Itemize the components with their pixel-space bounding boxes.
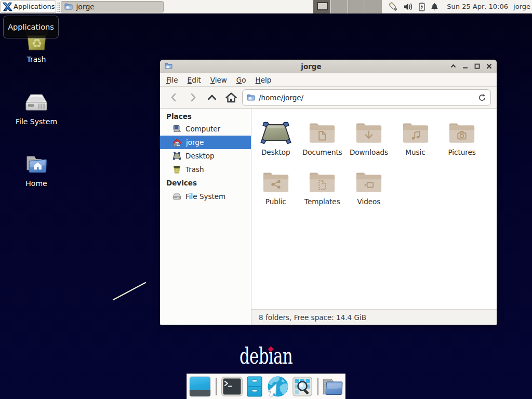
battery-icon[interactable]: [418, 2, 426, 11]
sidebar-item-file-system[interactable]: File System: [160, 190, 251, 203]
file-view[interactable]: Desktop Documents: [251, 109, 497, 309]
desktop-small-icon: [172, 152, 181, 160]
workspace-pager[interactable]: [313, 0, 382, 14]
applications-menu-button[interactable]: Applications: [1, 1, 56, 13]
hard-drive-icon: [25, 90, 48, 113]
dock-web-browser-button[interactable]: [265, 375, 290, 398]
videos-folder-icon: [355, 168, 383, 194]
panel-clock[interactable]: Sun 25 Apr, 10:06: [447, 3, 508, 10]
status-text: 8 folders, Free space: 14.4 GiB: [259, 313, 366, 322]
top-panel: Applications jorge: [0, 0, 532, 14]
reload-icon[interactable]: [478, 94, 486, 102]
sidebar-item-jorge[interactable]: jorge: [160, 136, 251, 149]
removable-device-icon[interactable]: [388, 1, 399, 12]
window-menubar: File Edit View Go Help: [160, 73, 497, 87]
file-item-documents[interactable]: Documents: [299, 118, 346, 168]
window-minimize-button[interactable]: [461, 63, 469, 70]
file-item-label: Pictures: [448, 148, 475, 156]
music-folder-icon: [402, 118, 430, 144]
window-shade-button[interactable]: [449, 63, 457, 70]
pictures-folder-icon: [448, 118, 476, 144]
menu-edit[interactable]: Edit: [183, 74, 206, 86]
panel-handle[interactable]: [57, 2, 60, 12]
file-item-label: Templates: [304, 197, 340, 206]
file-item-label: Public: [265, 197, 286, 206]
forward-button[interactable]: [185, 90, 201, 105]
workspace-window-thumb: [317, 2, 328, 10]
window-maximize-button[interactable]: [473, 63, 481, 70]
sidebar-places-header: Places: [160, 111, 251, 122]
workspace-3[interactable]: [348, 0, 365, 14]
public-folder-icon: [262, 168, 290, 194]
taskbar-folder-icon: [64, 3, 73, 11]
dock-app-finder-button[interactable]: [290, 377, 314, 396]
taskbar-window-label: jorge: [76, 3, 94, 11]
file-item-music[interactable]: Music: [392, 118, 439, 168]
pathbar-folder-icon: [247, 94, 255, 102]
file-item-pictures[interactable]: Pictures: [438, 118, 485, 168]
file-item-templates[interactable]: Templates: [299, 168, 346, 217]
window-content: Places Computer: [160, 109, 497, 325]
templates-folder-icon: [308, 168, 336, 194]
trash-small-icon: ♻: [172, 165, 181, 174]
window-close-button[interactable]: [485, 63, 493, 70]
sidebar-item-label: Computer: [185, 125, 220, 133]
status-bar: 8 folders, Free space: 14.4 GiB: [251, 309, 497, 325]
bottom-dock: [187, 374, 345, 399]
tooltip-text: Applications: [8, 23, 54, 31]
sidebar-item-trash[interactable]: ♻ Trash: [160, 163, 251, 176]
taskbar-window-button[interactable]: jorge: [61, 1, 164, 12]
xfce-logo-icon: [2, 2, 12, 12]
applications-menu-label: Applications: [14, 3, 55, 10]
dock-show-desktop-button[interactable]: [187, 376, 212, 397]
sidebar: Places Computer: [160, 109, 251, 325]
sidebar-item-label: Trash: [185, 165, 204, 174]
path-text: /home/jorge/: [259, 94, 478, 102]
dock-separator: [317, 378, 318, 395]
web-browser-icon: [266, 375, 290, 398]
window-titlebar[interactable]: jorge: [160, 60, 497, 73]
up-button[interactable]: [204, 90, 220, 105]
file-manager-window: jorge File Edit View Go Help: [160, 60, 497, 325]
applications-tooltip: Applications: [3, 16, 59, 38]
file-item-label: Downloads: [350, 148, 388, 156]
path-bar[interactable]: /home/jorge/: [242, 89, 491, 106]
sidebar-item-computer[interactable]: Computer: [160, 122, 251, 136]
file-item-public[interactable]: Public: [252, 168, 299, 217]
menu-go[interactable]: Go: [232, 74, 251, 86]
file-item-desktop[interactable]: Desktop: [252, 118, 299, 168]
workspace-1-active[interactable]: [313, 0, 330, 14]
terminal-icon: [221, 377, 243, 396]
show-desktop-icon: [189, 376, 211, 397]
home-button[interactable]: [223, 90, 239, 105]
workspace-4[interactable]: [365, 0, 382, 14]
notifications-bell-icon[interactable]: [430, 2, 439, 11]
svg-text:♻: ♻: [175, 168, 179, 174]
computer-icon: [172, 125, 181, 133]
menu-file[interactable]: File: [162, 74, 183, 86]
file-item-downloads[interactable]: Downloads: [345, 118, 392, 168]
dock-file-cabinet-button[interactable]: [244, 376, 265, 397]
sidebar-devices-header: Devices: [160, 176, 251, 190]
desktop-icon-file-system[interactable]: File System: [9, 90, 63, 126]
desktop-file-icon: [260, 118, 292, 144]
sidebar-item-desktop[interactable]: Desktop: [160, 149, 251, 163]
desktop-icon-home[interactable]: Home: [9, 152, 63, 188]
dock-separator: [216, 378, 217, 395]
menu-view[interactable]: View: [206, 74, 232, 86]
panel-username[interactable]: jorge: [513, 3, 530, 10]
sidebar-item-label: jorge: [186, 138, 204, 147]
sidebar-item-label: Desktop: [185, 152, 215, 160]
sidebar-item-label: File System: [185, 192, 225, 201]
menu-help[interactable]: Help: [251, 74, 276, 86]
workspace-2[interactable]: [330, 0, 348, 14]
file-item-label: Videos: [357, 197, 381, 206]
dock-directory-menu-button[interactable]: [322, 377, 345, 396]
hard-drive-small-icon: [172, 192, 181, 201]
file-item-videos[interactable]: Videos: [345, 168, 392, 217]
volume-icon[interactable]: [403, 2, 414, 11]
downloads-folder-icon: [355, 118, 383, 144]
dock-terminal-button[interactable]: [220, 377, 244, 396]
back-button[interactable]: [166, 90, 181, 105]
window-title: jorge: [173, 62, 449, 71]
